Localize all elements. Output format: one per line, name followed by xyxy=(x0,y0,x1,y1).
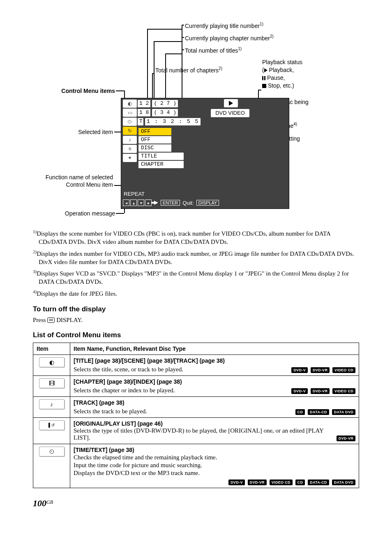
row-desc: Selects the title, scene, or track to be… xyxy=(74,366,183,373)
row-title: [TITLE] (page 38)/[SCENE] (page 38)/[TRA… xyxy=(74,357,355,364)
label-title-number: Currently playing title number1) xyxy=(185,21,263,30)
table-row: ◐ [TITLE] (page 38)/[SCENE] (page 38)/[T… xyxy=(33,354,359,375)
osd-function-name: REPEAT xyxy=(124,191,145,197)
display-key: DISPLAY xyxy=(196,200,219,206)
label-total-titles: Total number of titles1) xyxy=(185,46,242,55)
osd-play-indicator xyxy=(224,99,238,107)
pause-icon xyxy=(262,76,265,80)
menu-icon-chapter: ▭ xyxy=(123,109,137,117)
row-desc: Selects the type of titles (DVD-RW/DVD-R… xyxy=(74,427,332,441)
play-triangle-icon xyxy=(229,101,233,106)
footnotes: 1)Displays the scene number for VIDEO CD… xyxy=(33,229,359,298)
row-desc: Checks the elapsed time and the remainin… xyxy=(74,454,355,477)
heading-turn-off: To turn off the display xyxy=(33,305,359,313)
osd-disc-type: DVD VIDEO xyxy=(211,109,249,117)
menu-icon-6: ≡ xyxy=(123,145,137,153)
label-playback-status: Playback status ( Playback, Pause, Stop,… xyxy=(262,58,328,90)
chapter-icon: 🎞 xyxy=(39,378,65,388)
osd-title-current: 1 2 xyxy=(138,100,150,107)
label-function-name: Function name of selected Control Menu i… xyxy=(37,174,113,188)
label-operation-message: Operation message xyxy=(37,210,115,218)
menu-icon-5: ♪ xyxy=(123,136,137,144)
osd-opt-4: CHAPTER xyxy=(138,161,184,168)
osd-operation-message: ◂▴▾▸ ENTER Quit: DISPLAY xyxy=(123,199,219,206)
label-chapter-number: Currently playing chapter number2) xyxy=(185,34,274,42)
title-icon: ◐ xyxy=(39,357,65,367)
table-row: ▌↺ [ORIGINAL/PLAY LIST] (page 46) Select… xyxy=(33,417,359,444)
press-display-line: Press DISPLAY. xyxy=(33,317,359,324)
menu-icon-repeat: ↻ xyxy=(123,127,137,135)
osd-chapter-total: ( 3 4 ) xyxy=(152,109,178,116)
row-badges: DVD-V DVD-VR VIDEO CD xyxy=(290,387,355,394)
osd-opt-3: TITLE xyxy=(138,153,184,160)
row-title: [CHAPTER] (page 38)/[INDEX] (page 38) xyxy=(74,378,355,385)
control-menu-table: Item Item Name, Function, Relevant Disc … xyxy=(33,343,359,488)
row-badges: CD DATA-CD DATA DVD xyxy=(294,408,355,415)
osd-screen: ◐ ▭ ⏲ ↻ ♪ ≡ ✦ 1 2 ( 2 7 ) 1 8 ( 3 4 ) T xyxy=(121,98,289,209)
play-icon xyxy=(264,68,267,72)
table-row: ♪ [TRACK] (page 38) Selects the track to… xyxy=(33,396,359,417)
quit-label: Quit: xyxy=(182,200,194,206)
track-icon: ♪ xyxy=(39,399,65,409)
col-desc: Item Name, Function, Relevant Disc Type xyxy=(70,343,359,354)
table-row: 🎞 [CHAPTER] (page 38)/[INDEX] (page 38) … xyxy=(33,375,359,396)
row-badges: DVD-V DVD-VR VIDEO CD CD DATA-CD DATA DV… xyxy=(74,478,355,485)
row-badges: DVD-V DVD-VR VIDEO CD xyxy=(290,366,355,373)
label-selected-item: Selected item xyxy=(37,128,113,136)
row-desc: Selects the chapter or index to be playe… xyxy=(74,387,175,394)
label-control-menu-items: Control Menu items xyxy=(37,87,115,95)
stop-icon xyxy=(262,84,266,88)
osd-opt-1: OFF xyxy=(138,136,171,144)
arrow-right-icon xyxy=(154,201,158,205)
osd-title-total: ( 2 7 ) xyxy=(152,100,178,107)
osd-options: OFF OFF DISC TITLE CHAPTER xyxy=(138,127,184,169)
osd-opt-2: DISC xyxy=(138,144,171,152)
table-row: ⏲ [TIME/TEXT] (page 38) Checks the elaps… xyxy=(33,444,359,488)
timetext-icon: ⏲ xyxy=(39,447,65,456)
osd-chapter-current: 1 8 xyxy=(138,109,150,116)
enter-key: ENTER xyxy=(161,200,180,206)
col-item: Item xyxy=(33,343,70,354)
heading-list: List of Control Menu items xyxy=(33,331,359,339)
menu-icon-time: ⏲ xyxy=(123,118,137,126)
display-button-icon xyxy=(47,317,55,323)
arrow-keys-icon: ◂▴▾▸ xyxy=(123,199,152,206)
row-badges: DVD-VR xyxy=(335,434,355,441)
row-desc: Selects the track to be played. xyxy=(74,408,147,415)
row-title: [TRACK] (page 38) xyxy=(74,399,355,406)
osd-time: 1 : 3 2 : 5 5 xyxy=(145,118,201,125)
menu-icon-7: ✦ xyxy=(123,154,137,162)
row-title: [TIME/TEXT] (page 38) xyxy=(74,447,355,453)
osd-time-prefix: T xyxy=(138,118,143,125)
page-number: 100GB xyxy=(0,498,392,509)
row-title: [ORIGINAL/PLAY LIST] (page 46) xyxy=(74,420,355,427)
osd-top-info: 1 2 ( 2 7 ) 1 8 ( 3 4 ) T 1 : 3 2 : 5 5 xyxy=(138,99,202,126)
menu-icon-title: ◐ xyxy=(123,100,137,108)
playlist-icon: ▌↺ xyxy=(39,420,65,430)
control-menu-diagram: Currently playing title number1) Current… xyxy=(33,8,359,226)
osd-opt-0: OFF xyxy=(138,128,171,135)
